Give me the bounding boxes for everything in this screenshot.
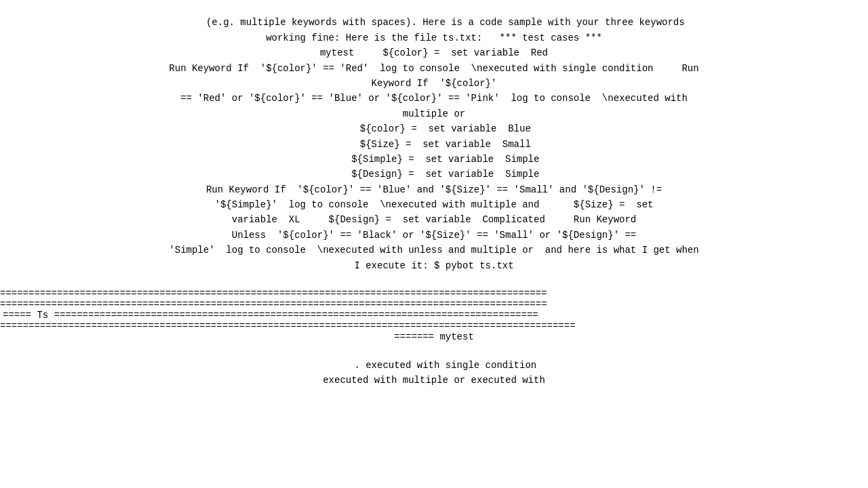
mytest-header: ======= mytest (0, 331, 868, 342)
output-divider-2: ========================================… (0, 299, 868, 310)
output-divider-3: ===== Ts ===============================… (0, 310, 868, 321)
code-description: (e.g. multiple keywords with spaces). He… (153, 0, 715, 288)
result-line-1: . executed with single condition execute… (323, 360, 545, 386)
result-text: . executed with single condition execute… (153, 342, 715, 403)
output-divider-1: ========================================… (0, 288, 868, 299)
output-divider-4: ========================================… (0, 321, 868, 331)
main-content: (e.g. multiple keywords with spaces). He… (0, 0, 868, 403)
description-text: (e.g. multiple keywords with spaces). He… (169, 17, 705, 270)
